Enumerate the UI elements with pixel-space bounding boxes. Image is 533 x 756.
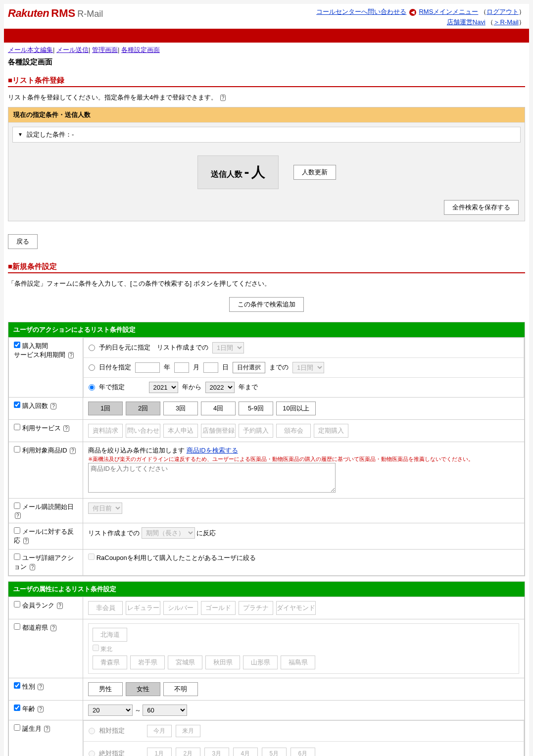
date-picker-button[interactable]: 日付選択 (233, 362, 265, 373)
section-new-title: ■新規条件設定 (8, 262, 525, 273)
bc-mail-send[interactable]: メール送信 (56, 46, 89, 53)
link-rms-menu[interactable]: RMSメインメニュー (419, 8, 478, 15)
help-icon[interactable]: ? (30, 564, 36, 570)
logo-rms: RMS (51, 7, 75, 20)
count-toggle-group: 1回 2回 3回 4回 5-9回 10回以上 (88, 402, 519, 415)
cnt-3[interactable]: 3回 (163, 402, 198, 415)
chk-age[interactable] (14, 705, 20, 711)
lbl-racoupon: RaCouponを利用して購入したことがあるユーザに絞る (97, 554, 256, 561)
cnt-2[interactable]: 2回 (126, 402, 160, 415)
cnt-5[interactable]: 5-9回 (239, 402, 273, 415)
count-unit: 人 (251, 163, 265, 182)
sel-year-to[interactable]: 2022 (205, 382, 235, 393)
lbl-product-id: 利用対象商品ID (22, 447, 67, 454)
pref-5: 福島県 (281, 655, 315, 669)
help-icon[interactable]: ? (38, 706, 44, 712)
radio-reserve-date[interactable] (89, 345, 95, 351)
lbl-rank: 会員ランク (22, 602, 54, 609)
link-callcenter[interactable]: コールセンターへ問い合わせる (316, 8, 406, 15)
search-add-button-top[interactable]: この条件で検索追加 (229, 297, 304, 312)
help-icon[interactable]: ? (220, 95, 226, 101)
link-search-product[interactable]: 商品IDを検索する (187, 447, 238, 454)
chk-birth[interactable] (14, 724, 20, 731)
count-box: 送信人数 - 人 (197, 155, 279, 189)
help-icon[interactable]: ? (57, 603, 63, 609)
save-all-button[interactable]: 全件検索を保存する (444, 200, 519, 215)
breadcrumb: メール本文編集| メール送信| 管理画面| 各種設定画面 (4, 43, 529, 57)
rank-group: 非会員 レギュラー シルバー ゴールド プラチナ ダイヤモンド (88, 601, 519, 615)
update-count-button[interactable]: 人数更新 (293, 165, 336, 180)
chk-purchase-period[interactable] (14, 342, 20, 348)
radio-date-spec[interactable] (89, 364, 95, 371)
lbl-service: 利用サービス (22, 424, 61, 432)
action-head: ユーザのアクションによるリスト条件設定 (8, 322, 525, 337)
rank-3: ゴールド (201, 601, 236, 615)
link-shop-navi[interactable]: 店舗運営Navi (447, 18, 485, 26)
gender-m[interactable]: 男性 (88, 682, 123, 696)
bc-mail-edit[interactable]: メール本文編集 (8, 46, 53, 53)
sel-age-from[interactable]: 20 (88, 705, 133, 716)
arrow-icon: ◀ (409, 9, 416, 16)
rank-1: レギュラー (126, 601, 160, 615)
chk-rank[interactable] (14, 601, 20, 607)
section-register-desc: リスト条件を登録してください。指定条件を最大4件まで登録できます。 ? (8, 91, 525, 107)
radio-birth-abs (89, 751, 95, 756)
condition-row[interactable]: ▼ 設定した条件：- (12, 127, 521, 143)
gender-u[interactable]: 不明 (163, 682, 198, 696)
svc-6: 定期購入 (314, 424, 348, 438)
lbl-pref: 都道府県 (22, 624, 48, 631)
chk-mail-react[interactable] (14, 527, 20, 534)
section-register-title: ■リスト条件登録 (8, 76, 525, 87)
header-links: コールセンターへ問い合わせる ◀ RMSメインメニュー （ログアウト） 店舗運営… (316, 7, 525, 28)
bc-admin[interactable]: 管理画面 (92, 46, 118, 53)
sel-year-from[interactable]: 2021 (149, 382, 178, 393)
logo-rakuten: Rakuten (8, 7, 49, 20)
cnt-4[interactable]: 4回 (201, 402, 236, 415)
lbl-birth: 誕生月 (22, 725, 42, 732)
count-area: 送信人数 - 人 人数更新 (8, 147, 525, 200)
help-icon[interactable]: ? (38, 684, 44, 690)
lbl-gender: 性別 (22, 683, 35, 690)
btn-next-month: 来月 (176, 725, 200, 737)
attr-head: ユーザの属性によるリスト条件設定 (8, 582, 525, 597)
red-bar (4, 29, 529, 43)
lbl-user-detail-action: ユーザ詳細アクション (14, 554, 74, 570)
back-button[interactable]: 戻る (8, 234, 38, 249)
cnt-10[interactable]: 10回以上 (276, 402, 316, 415)
help-icon[interactable]: ? (63, 425, 69, 432)
input-product-id[interactable] (88, 463, 336, 493)
sel-age-to[interactable]: 60 (143, 705, 187, 716)
link-rmail[interactable]: ＞R-Mail (493, 18, 519, 26)
help-icon[interactable]: ? (70, 448, 76, 454)
chk-pref[interactable] (14, 623, 20, 630)
help-icon[interactable]: ? (23, 538, 29, 544)
chk-gender[interactable] (14, 682, 20, 689)
input-day[interactable] (203, 362, 218, 373)
bc-settings[interactable]: 各種設定画面 (121, 46, 160, 53)
chk-purchase-count[interactable] (14, 402, 20, 408)
chk-product-id[interactable] (14, 446, 20, 453)
help-icon[interactable]: ? (50, 403, 56, 409)
btn-this-month: 今月 (147, 725, 172, 737)
section-new-desc: 「条件設定」フォームに条件を入力して、[この条件で検索する] ボタンを押してくだ… (8, 277, 525, 293)
header: Rakuten RMS R-Mail コールセンターへ問い合わせる ◀ RMSメ… (4, 4, 529, 29)
rank-4: プラチナ (239, 601, 273, 615)
chk-user-detail-action[interactable] (14, 554, 20, 560)
help-icon[interactable]: ? (68, 352, 74, 358)
pref-hokkaido: 北海道 (93, 628, 127, 642)
logo-sub: R-Mail (77, 9, 103, 19)
input-month[interactable] (174, 362, 189, 373)
input-year[interactable] (135, 362, 160, 373)
page-title: 各種設定画面 (4, 57, 529, 70)
help-icon[interactable]: ? (15, 512, 21, 519)
help-icon[interactable]: ? (44, 726, 50, 732)
chk-mail-start[interactable] (14, 503, 20, 509)
help-icon[interactable]: ? (50, 625, 56, 631)
radio-year-spec[interactable] (89, 384, 95, 391)
gender-f[interactable]: 女性 (126, 682, 160, 696)
svc-5: 頒布会 (276, 424, 311, 438)
pref-3: 秋田県 (205, 655, 240, 669)
cnt-1[interactable]: 1回 (88, 402, 123, 415)
link-logout[interactable]: ログアウト (486, 8, 519, 15)
chk-service[interactable] (14, 424, 20, 430)
